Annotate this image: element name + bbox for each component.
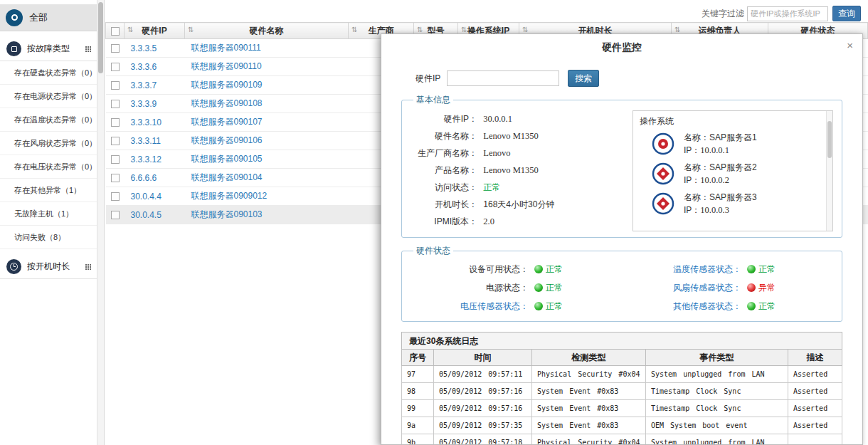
scrollbar-thumb[interactable] [827,121,832,158]
status-dot-icon [534,302,543,310]
hardware-name-link[interactable]: 联想服务器090104 [185,169,349,187]
dialog-search-row: 硬件IP 搜索 [416,70,862,87]
os-icon [652,192,674,215]
hardware-ip-link[interactable]: 3.3.3.5 [125,39,185,58]
row-checkbox[interactable] [111,192,120,201]
row-checkbox[interactable] [111,155,120,164]
hardware-monitor-dialog: 硬件监控 × 硬件IP 搜索 基本信息 硬件IP： 30.0.0.1 硬件名称：… [381,33,863,445]
hw-ip-input[interactable] [447,70,559,86]
hardware-name-link[interactable]: 联想服务器090106 [185,132,349,150]
col-header-hardware-name[interactable]: ⇅硬件名称 [185,23,349,39]
hw-ip-label: 硬件IP [416,73,440,85]
menu-dots-icon[interactable] [85,264,87,266]
status-dot-icon [747,283,756,292]
hardware-name-link[interactable]: 联想服务器090109 [185,76,349,95]
log-row: 98 05/09/2012 09:57:16 System Event #0x8… [402,383,842,400]
status-fan-sensor: 风扇传感器状态：异常 [622,278,835,297]
hardware-ip-link[interactable]: 3.3.3.10 [125,113,185,132]
hardware-ip-link[interactable]: 30.0.4.5 [125,206,185,224]
os-entry[interactable]: 名称：SAP服务器3 IP：10.0.0.3 [652,191,832,216]
row-checkbox[interactable] [111,137,120,145]
field-product-name: 产品名称： Lenovo M1350 [409,162,633,179]
os-panel-scrollbar[interactable] [826,111,832,231]
hardware-name-link[interactable]: 联想服务器0909012 [185,187,349,206]
hardware-ip-link[interactable]: 30.0.4.4 [125,187,185,206]
field-ipmi-version: IPMI版本： 2.0 [409,213,633,230]
log-section-title: 最近30条系统日志 [401,332,842,349]
sidebar-item-other-fault[interactable]: 存在其他异常（1） [0,179,97,202]
filter-label: 关键字过滤 [702,8,744,20]
log-row: 99 05/09/2012 09:57:16 System Event #0x8… [402,400,842,417]
clock-icon [6,259,21,274]
sidebar-group-uptime[interactable]: 按开机时长 [0,255,97,279]
hardware-ip-link[interactable]: 3.3.3.9 [125,95,185,113]
row-checkbox[interactable] [111,44,120,53]
os-entry[interactable]: 名称：SAP服务器2 IP：10.0.0.2 [652,161,832,187]
fault-type-icon [6,41,21,56]
menu-dots-icon[interactable] [85,46,87,48]
status-dot-icon [747,302,756,310]
log-row: 97 05/09/2012 09:57:11 Physical Security… [402,366,842,383]
hardware-ip-link[interactable]: 6.6.6.6 [125,169,185,187]
hardware-name-link[interactable]: 联想服务器090111 [185,39,349,58]
basic-info-legend: 基本信息 [413,94,453,106]
status-voltage-sensor: 电压传感器状态：正常 [409,297,622,315]
sort-icon[interactable]: ⇅ [461,26,467,33]
row-checkbox[interactable] [111,118,120,127]
search-button[interactable]: 搜索 [568,70,599,87]
row-checkbox[interactable] [111,81,120,90]
sort-icon[interactable]: ⇅ [417,26,423,33]
sort-icon[interactable]: ⇅ [351,26,357,33]
hardware-name-link[interactable]: 联想服务器090107 [185,113,349,132]
os-panel-title: 操作系统 [640,115,832,127]
hardware-name-link[interactable]: 联想服务器090108 [185,95,349,113]
fault-type-list: 存在硬盘状态异常（0） 存在电源状态异常（0） 存在温度状态异常（0） 存在风扇… [0,61,97,249]
log-row: 9a 05/09/2012 09:57:35 System Event #0x8… [402,417,842,434]
sidebar-item-temp-fault[interactable]: 存在温度状态异常（0） [0,108,97,132]
os-icon [652,132,674,155]
sidebar-item-access-failed[interactable]: 访问失败（8） [0,226,97,249]
select-all-checkbox[interactable] [111,27,120,36]
col-header-hardware-ip[interactable]: ⇅硬件IP [125,23,185,39]
sort-icon[interactable]: ⇅ [674,26,680,33]
sidebar: 全部 按故障类型 存在硬盘状态异常（0） 存在电源状态异常（0） 存在温度状态异… [0,0,97,445]
log-col-description: 描述 [788,350,842,366]
field-hardware-name: 硬件名称： Lenovo M1350 [409,127,633,145]
field-uptime: 开机时长： 168天4小时30分钟 [409,196,633,213]
field-hardware-ip: 硬件IP： 30.0.0.1 [409,110,633,127]
hardware-name-link[interactable]: 联想服务器090103 [185,206,349,224]
os-icon [652,162,674,185]
basic-info-fields: 硬件IP： 30.0.0.1 硬件名称： Lenovo M1350 生产厂商名称… [409,108,633,231]
sidebar-item-fan-fault[interactable]: 存在风扇状态异常（0） [0,132,97,155]
basic-info-section: 基本信息 硬件IP： 30.0.0.1 硬件名称： Lenovo M1350 生… [401,94,842,238]
sort-icon[interactable]: ⇅ [522,26,528,33]
hardware-name-link[interactable]: 联想服务器090105 [185,150,349,169]
sidebar-item-power-fault[interactable]: 存在电源状态异常（0） [0,85,97,108]
hardware-ip-link[interactable]: 3.3.3.7 [125,76,185,95]
sidebar-group-fault-type[interactable]: 按故障类型 [0,37,97,61]
sidebar-item-voltage-fault[interactable]: 存在电压状态异常（0） [0,155,97,179]
keyword-filter-input[interactable] [747,6,828,21]
system-log-table: 序号 时间 检测类型 事件类型 描述 97 05/09/2012 09:57:1… [401,349,842,445]
scrollbar-thumb[interactable] [98,2,103,73]
close-icon[interactable]: × [847,40,853,51]
row-checkbox[interactable] [111,63,120,71]
sort-icon[interactable]: ⇅ [127,26,133,33]
row-checkbox[interactable] [111,174,120,182]
hardware-ip-link[interactable]: 3.3.3.6 [125,58,185,76]
system-log-section: 最近30条系统日志 序号 时间 检测类型 事件类型 描述 97 05/09/20… [401,332,842,445]
dialog-title: 硬件监控 [381,41,862,54]
query-button[interactable]: 查询 [832,6,861,21]
row-checkbox[interactable] [111,211,120,219]
hardware-name-link[interactable]: 联想服务器090110 [185,58,349,76]
sidebar-item-no-fault[interactable]: 无故障主机（1） [0,202,97,226]
hardware-ip-link[interactable]: 3.3.3.12 [125,150,185,169]
hardware-ip-link[interactable]: 3.3.3.11 [125,132,185,150]
os-entry[interactable]: 名称：SAP服务器1 IP：10.0.0.1 [652,131,832,157]
sidebar-item-all[interactable]: 全部 [0,4,97,31]
row-checkbox[interactable] [111,100,120,108]
sort-icon[interactable]: ⇅ [188,26,194,33]
sidebar-scrollbar[interactable] [97,0,105,445]
hardware-status-section: 硬件状态 设备可用状态：正常 电源状态：正常 电压传感器状态：正常 温度传感器状… [401,245,842,322]
sidebar-item-disk-fault[interactable]: 存在硬盘状态异常（0） [0,61,97,85]
